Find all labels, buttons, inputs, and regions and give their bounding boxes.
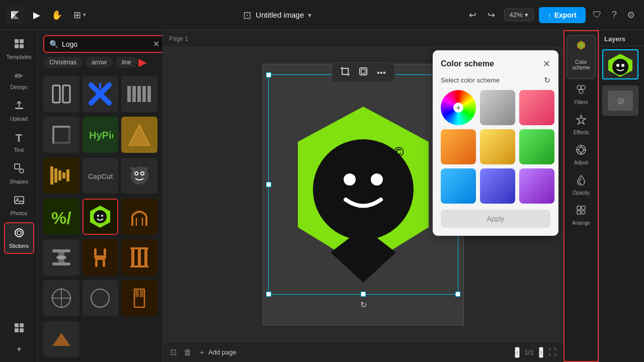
template-item-wood[interactable] (121, 117, 157, 153)
svg-point-50 (56, 255, 66, 259)
stickers-icon (14, 227, 25, 241)
template-item-hex-logo[interactable] (83, 199, 119, 235)
sidebar-item-design[interactable]: ✏ Design (4, 66, 34, 94)
shield-icon-button[interactable]: 🛡 (590, 7, 605, 23)
delete-icon[interactable]: 🗑 (184, 348, 192, 357)
swatch-green[interactable] (519, 129, 554, 164)
fullscreen-icon[interactable]: ⛶ (548, 348, 556, 357)
handle-bottom-left[interactable] (266, 292, 271, 297)
layer-item-2[interactable] (599, 82, 644, 119)
topbar-history-tools: ↩ ↪ (465, 7, 499, 24)
prev-page-button[interactable]: ‹ (515, 347, 519, 358)
swatch-blue[interactable] (441, 168, 476, 204)
sidebar-item-chevron[interactable]: ▾ (4, 340, 34, 358)
sidebar-item-templates[interactable]: Templates (4, 34, 34, 64)
right-tool-adjust[interactable]: Adjust (567, 140, 596, 169)
sidebar-item-photos[interactable]: Photos (4, 191, 34, 220)
swatch-rainbow[interactable]: + (441, 90, 476, 125)
swatch-pink[interactable] (519, 90, 554, 125)
crop-tool-button[interactable] (337, 65, 353, 80)
template-item-hypic[interactable]: HyPic (83, 117, 119, 153)
svg-rect-54 (104, 248, 106, 255)
template-item-extra1[interactable] (43, 321, 79, 357)
sidebar-item-upload[interactable]: Upload (4, 96, 34, 126)
svg-point-6 (20, 169, 24, 173)
template-item-door[interactable] (121, 280, 157, 316)
handle-mid-left[interactable] (266, 182, 271, 187)
page-icon[interactable]: ⊡ (170, 347, 177, 357)
search-clear-button[interactable]: ✕ (153, 39, 159, 49)
sidebar-item-shapes[interactable]: Shapes (4, 159, 34, 189)
template-item-chair[interactable] (83, 239, 119, 276)
svg-rect-7 (15, 197, 24, 204)
template-item-capcut-x[interactable] (83, 76, 119, 112)
template-item-corner[interactable] (43, 117, 79, 153)
right-tool-arrange[interactable]: Arrange (567, 201, 596, 230)
template-item-pillars[interactable] (121, 239, 157, 276)
layout-tool-button[interactable]: ⊞▾ (69, 7, 90, 24)
svg-rect-14 (20, 328, 24, 332)
right-tool-arrange-label: Arrange (572, 220, 590, 226)
right-tool-opacity[interactable]: Opacity (567, 170, 596, 200)
swatch-indigo[interactable] (480, 168, 515, 204)
zoom-selector[interactable]: 42% ▾ (504, 9, 534, 21)
doc-title-caret[interactable]: ▾ (308, 11, 311, 19)
svg-point-79 (581, 85, 585, 89)
cs-close-button[interactable]: ✕ (543, 58, 550, 69)
svg-point-90 (582, 211, 585, 214)
template-item-bracket[interactable] (43, 76, 79, 112)
sidebar-item-stickers[interactable]: Stickers (4, 222, 34, 254)
export-button[interactable]: ↑ Export (539, 7, 586, 23)
mask-tool-button[interactable] (355, 65, 371, 80)
template-item-bars-gold[interactable] (43, 158, 79, 194)
template-item-bars[interactable] (121, 76, 157, 112)
help-icon-button[interactable]: ? (609, 7, 620, 23)
select-tool-button[interactable]: ▶ (29, 7, 44, 24)
app-logo[interactable] (6, 6, 24, 24)
hand-tool-button[interactable]: ✋ (47, 7, 66, 24)
template-item-percent[interactable]: %/ (43, 199, 79, 235)
sidebar-item-more[interactable] (4, 318, 34, 338)
template-grid: HyPic CapC (38, 73, 163, 362)
tag-christmas[interactable]: Christmas (43, 57, 83, 68)
swatch-gray[interactable] (480, 90, 515, 125)
swatch-yellow[interactable] (480, 129, 515, 164)
tag-arrow[interactable]: arrow (86, 57, 113, 68)
next-page-button[interactable]: › (539, 347, 543, 358)
svg-rect-21 (147, 86, 151, 102)
svg-text:CapCut: CapCut (88, 172, 113, 180)
swatch-orange[interactable] (441, 129, 476, 164)
color-scheme-panel: Color scheme ✕ Select color scheme ↻ + (433, 50, 558, 236)
template-item-circle-outline[interactable] (83, 280, 119, 316)
svg-rect-88 (582, 206, 585, 210)
cs-refresh-button[interactable]: ↻ (544, 75, 550, 85)
right-tool-filters-label: Filters (574, 100, 588, 105)
template-item-capcut2[interactable]: CapCut (83, 158, 119, 194)
right-tool-color-scheme[interactable]: Color scheme (567, 35, 596, 79)
more-tool-button[interactable]: ••• (373, 66, 389, 79)
settings-icon-button[interactable]: ⚙ (624, 7, 638, 24)
cs-apply-button[interactable]: Apply (441, 210, 550, 228)
rotate-handle[interactable]: ↻ (359, 300, 368, 309)
layer-item-1[interactable] (599, 46, 644, 82)
handle-top-left[interactable] (266, 72, 271, 77)
sidebar-item-text[interactable]: T Text (4, 128, 34, 157)
right-tool-filters[interactable]: Filters (567, 80, 596, 109)
swatch-violet[interactable] (519, 168, 554, 204)
right-tool-effects[interactable]: Effects (567, 110, 596, 139)
search-input[interactable] (62, 40, 150, 48)
svg-rect-56 (103, 260, 105, 267)
sidebar-templates-label: Templates (6, 54, 31, 60)
search-panel: 🔍 ✕ Christmas arrow line ▶ (38, 30, 163, 362)
svg-rect-51 (94, 255, 106, 258)
undo-button[interactable]: ↩ (465, 7, 480, 24)
template-item-arch[interactable] (121, 199, 157, 235)
template-item-crosshair[interactable] (43, 280, 79, 316)
layer-thumb-2 (602, 85, 638, 116)
redo-button[interactable]: ↪ (484, 7, 499, 24)
handle-bottom-right[interactable] (455, 292, 460, 297)
add-page-button[interactable]: ＋ Add page (199, 348, 236, 357)
template-item-spool[interactable] (43, 239, 79, 276)
tag-line[interactable]: line (116, 57, 137, 68)
template-item-creature[interactable] (121, 158, 157, 194)
